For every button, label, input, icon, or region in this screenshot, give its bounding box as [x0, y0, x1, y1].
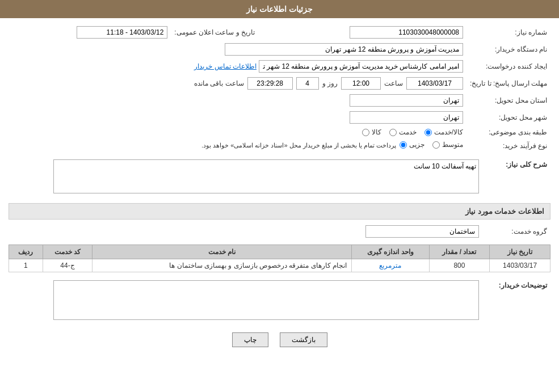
response-time-input[interactable]	[341, 77, 381, 90]
request-number-input[interactable]	[350, 26, 463, 39]
process-description: پرداخت تمام یا بخشی از مبلغ خریدار محل «…	[12, 141, 396, 150]
col-row-num: ردیف	[9, 245, 43, 259]
cell-row-num: 1	[9, 259, 43, 272]
deadline-date-row: ساعت روز و ساعت باقی مانده	[12, 77, 463, 90]
category-kala-khedmat-label: کالا/خدمت	[434, 128, 463, 136]
buyer-org-row: نام دستگاه خریدار:	[9, 41, 550, 58]
col-service-code: کد خدمت	[43, 245, 93, 259]
category-cell: کالا/خدمت خدمت کالا	[9, 126, 466, 138]
services-section-header: اطلاعات خدمات مورد نیاز	[9, 203, 550, 220]
buyer-notes-cell	[9, 278, 482, 324]
buyer-org-cell	[9, 41, 466, 58]
category-khedmat-label: خدمت	[399, 128, 417, 136]
process-jozyi-label: جزیی	[409, 141, 424, 149]
request-number-row: شماره نیاز: تاریخ و ساعت اعلان عمومی:	[9, 24, 550, 41]
process-type-cell: متوسط جزیی پرداخت تمام یا بخشی از مبلغ خ…	[9, 138, 466, 153]
main-content: شماره نیاز: تاریخ و ساعت اعلان عمومی: نا…	[0, 18, 559, 359]
back-button[interactable]: بازگشت	[280, 332, 327, 347]
process-type-label: نوع فرآیند خرید:	[466, 138, 550, 153]
process-radio-mutawasit[interactable]	[432, 141, 440, 149]
category-radio-khedmat[interactable]	[389, 129, 397, 136]
buyer-notes-textarea[interactable]	[53, 280, 479, 320]
buyer-org-input[interactable]	[225, 43, 463, 56]
table-row: 1403/03/17 800 مترمربع انجام کارهای متفر…	[9, 259, 550, 272]
requester-contact-link[interactable]: اطلاعات تماس خریدار	[194, 62, 257, 70]
category-radio-kala[interactable]	[362, 129, 369, 136]
announcement-date-input[interactable]	[77, 26, 167, 39]
category-option-khedmat: خدمت	[389, 128, 417, 136]
cell-need-date: 1403/03/17	[490, 259, 550, 272]
category-row: طبقه بندی موضوعی: کالا/خدمت خدمت کالا	[9, 126, 550, 138]
response-deadline-row: مهلت ارسال پاسخ: تا تاریخ: ساعت روز و سا…	[9, 75, 550, 92]
services-header-row: تاریخ نیاز تعداد / مقدار واحد اندازه گیر…	[9, 245, 550, 259]
service-group-input[interactable]	[365, 225, 479, 238]
process-radio-jozyi[interactable]	[400, 141, 407, 149]
services-table-head: تاریخ نیاز تعداد / مقدار واحد اندازه گیر…	[9, 245, 550, 259]
col-quantity: تعداد / مقدار	[429, 245, 490, 259]
button-row: بازگشت چاپ	[9, 332, 550, 347]
response-deadline-cell: ساعت روز و ساعت باقی مانده	[9, 75, 466, 92]
category-option-kala: کالا	[362, 128, 381, 136]
requester-row: ایجاد کننده درخواست: اطلاعات تماس خریدار	[9, 58, 550, 75]
requester-input[interactable]	[259, 60, 463, 73]
col-unit-measure: واحد اندازه گیری	[351, 245, 429, 259]
category-kala-label: کالا	[372, 128, 381, 136]
buyer-notes-row: توضیحات خریدار:	[9, 278, 550, 324]
buyer-notes-table: توضیحات خریدار:	[9, 278, 550, 324]
need-desc-row: شرح کلی نیاز: تهیه آسفالت 10 سانت	[9, 157, 550, 197]
response-remaining-label: ساعت باقی مانده	[194, 79, 244, 87]
print-button[interactable]: چاپ	[232, 332, 268, 347]
response-time-label: ساعت	[384, 79, 403, 87]
category-radio-kala-khedmat[interactable]	[424, 129, 432, 136]
delivery-province-input[interactable]	[350, 94, 463, 107]
need-desc-textarea[interactable]: تهیه آسفالت 10 سانت	[53, 159, 479, 193]
process-radio-group: متوسط جزیی	[400, 141, 463, 149]
process-mutawasit-label: متوسط	[442, 141, 463, 149]
delivery-city-label: شهر محل تحویل:	[466, 109, 550, 126]
delivery-city-row: شهر محل تحویل:	[9, 109, 550, 126]
request-number-label: شماره نیاز:	[466, 24, 550, 41]
need-desc-cell: تهیه آسفالت 10 سانت	[9, 157, 482, 197]
response-days-input[interactable]	[296, 77, 319, 90]
page-title: جزئیات اطلاعات نیاز	[246, 5, 313, 14]
cell-service-name: انجام کارهای متفرقه درخصوص بازسازی و بهس…	[93, 259, 352, 272]
col-need-date: تاریخ نیاز	[490, 245, 550, 259]
response-remaining-input[interactable]	[247, 77, 293, 90]
delivery-city-cell	[9, 109, 466, 126]
process-option-mutawasit: متوسط	[432, 141, 463, 149]
need-desc-label: شرح کلی نیاز:	[482, 157, 550, 197]
buyer-org-label: نام دستگاه خریدار:	[466, 41, 550, 58]
category-option-kala-khedmat: کالا/خدمت	[424, 128, 463, 136]
requester-cell: اطلاعات تماس خریدار	[9, 58, 466, 75]
cell-service-code: ج-44	[43, 259, 93, 272]
process-type-content: متوسط جزیی پرداخت تمام یا بخشی از مبلغ خ…	[12, 141, 463, 150]
service-group-cell	[9, 223, 482, 240]
service-group-label: گروه خدمت:	[482, 223, 550, 240]
services-table-body: 1403/03/17 800 مترمربع انجام کارهای متفر…	[9, 259, 550, 272]
delivery-province-label: استان محل تحویل:	[466, 92, 550, 109]
category-label: طبقه بندی موضوعی:	[466, 126, 550, 138]
service-group-row: گروه خدمت:	[9, 223, 550, 240]
buyer-notes-label: توضیحات خریدار:	[482, 278, 550, 324]
delivery-province-cell	[9, 92, 466, 109]
page-wrapper: جزئیات اطلاعات نیاز شماره نیاز: تاریخ و …	[0, 0, 559, 392]
requester-label: ایجاد کننده درخواست:	[466, 58, 550, 75]
col-service-name: نام خدمت	[93, 245, 352, 259]
requester-row-flex: اطلاعات تماس خریدار	[12, 60, 463, 73]
process-type-row: نوع فرآیند خرید: متوسط جزیی	[9, 138, 550, 153]
category-radio-group: کالا/خدمت خدمت کالا	[12, 128, 463, 136]
request-number-cell	[266, 24, 466, 41]
page-header: جزئیات اطلاعات نیاز	[0, 0, 559, 18]
announcement-date-label: تاریخ و ساعت اعلان عمومی:	[171, 24, 266, 41]
announcement-date-cell	[9, 24, 171, 41]
process-option-jozyi: جزیی	[400, 141, 424, 149]
response-deadline-label: مهلت ارسال پاسخ: تا تاریخ:	[466, 75, 550, 92]
response-date-input[interactable]	[406, 77, 463, 90]
cell-quantity: 800	[429, 259, 490, 272]
service-group-table: گروه خدمت:	[9, 223, 550, 240]
services-table: تاریخ نیاز تعداد / مقدار واحد اندازه گیر…	[9, 245, 550, 272]
info-table: شماره نیاز: تاریخ و ساعت اعلان عمومی: نا…	[9, 24, 550, 153]
delivery-city-input[interactable]	[350, 111, 463, 124]
delivery-province-row: استان محل تحویل:	[9, 92, 550, 109]
response-days-label: روز و	[322, 79, 338, 87]
